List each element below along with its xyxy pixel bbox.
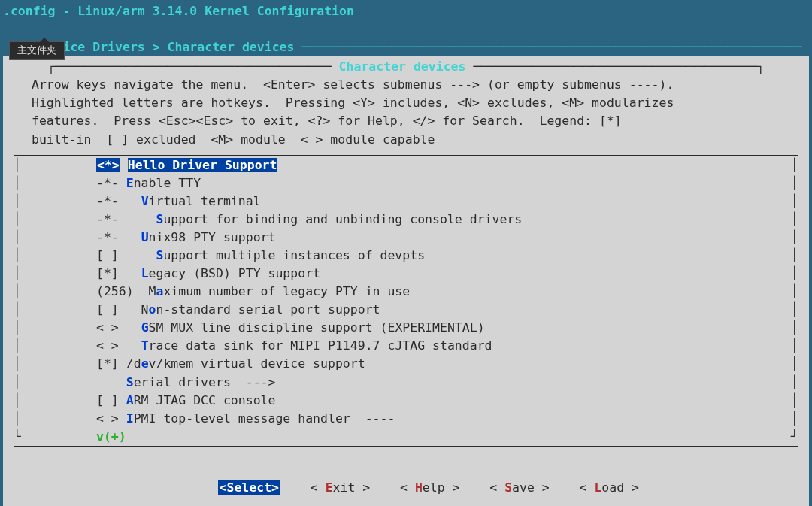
frame-border: │ [14,392,21,410]
frame-border: │ [14,374,21,392]
menu-state-bracket: -*- [96,212,119,226]
menu-state-bracket: (256) [96,284,134,298]
frame-border: │ [14,192,21,211]
menu-item-label: /dev/kmem virtual device support [119,356,365,371]
menu-state-bracket: [ ] [96,248,119,262]
menu-item-label: IPMI top-level message handler ---- [119,411,395,426]
menu-item-label: Enable TTY [119,176,201,190]
menu-item[interactable]: │[*] /dev/kmem virtual device support│ [14,355,798,373]
frame-border: │ [791,283,798,301]
frame-border: │ [14,283,21,301]
frame-border: │ [14,319,21,337]
menu-item[interactable]: │-*- Virtual terminal│ [14,192,798,211]
frame-border: │ [14,211,21,229]
menu-item[interactable]: │[ ] ARM JTAG DCC console│ [14,392,798,410]
menu-state-bracket: [ ] [96,302,119,317]
frame-border: │ [791,301,798,319]
menu-item-label: Unix98 PTY support [119,230,276,244]
menu-item-label: Support multiple instances of devpts [119,248,425,262]
menu-item[interactable]: │[ ] Non-standard serial port support│ [14,301,798,319]
load-button[interactable]: < Load > [580,480,640,495]
frame-border: │ [791,265,798,283]
frame-border: │ [14,265,21,283]
menu-state-bracket: <*> [96,158,120,172]
frame-border: │ [14,229,21,247]
select-button[interactable]: <Select> [218,480,280,495]
frame-border: │ [14,156,21,174]
frame-border: │ [791,229,798,247]
menu-item-label: Hello Driver Support [128,158,277,172]
help-button[interactable]: < Help > [400,480,460,495]
help-text: Arrow keys navigate the menu. <Enter> se… [3,76,809,154]
menu-state-bracket: -*- [96,194,119,208]
menu-state-bracket: [*] [96,356,119,371]
menu-item[interactable]: │ Serial drivers --->│ [14,374,798,392]
menu-item[interactable]: │<*> Hello Driver Support│ [14,156,798,174]
menu-item[interactable]: │-*- Support for binding and unbinding c… [14,211,798,229]
menu-state-bracket [96,375,119,389]
more-indicator: v(+) [96,429,126,444]
button-bar: <Select> < Exit > < Help > < Save > < Lo… [3,447,809,506]
menu-item-label: Virtual terminal [119,194,261,208]
menu-item-label: Serial drivers ---> [119,375,276,389]
frame-border: │ [14,247,21,265]
menu-item-label: ARM JTAG DCC console [119,393,276,408]
menu-item[interactable]: │[ ] Support multiple instances of devpt… [14,247,798,265]
frame-border: │ [14,410,21,428]
frame-border: │ [791,410,798,428]
menu-state-bracket: [ ] [96,393,119,408]
menu-item-label: GSM MUX line discipline support (EXPERIM… [119,320,485,335]
panel-border-top: ┌───────────────────────────────────── C… [3,58,809,76]
frame-border: │ [791,174,798,192]
menu-item[interactable]: │< > GSM MUX line discipline support (EX… [14,319,798,337]
menuconfig-panel: ┌───────────────────────────────────── C… [3,56,809,506]
menu-item[interactable]: │(256) Maximum number of legacy PTY in u… [14,283,798,301]
frame-border: │ [14,174,21,192]
menu-list-frame: │<*> Hello Driver Support││-*- Enable TT… [14,155,798,447]
save-button[interactable]: < Save > [489,480,550,495]
menu-state-bracket: -*- [96,176,119,190]
menu-item[interactable]: │-*- Unix98 PTY support│ [14,229,798,247]
menu-item-label: Non-standard serial port support [119,302,380,317]
exit-button[interactable]: < Exit > [311,480,371,495]
menu-state-bracket: [*] [96,266,119,280]
frame-border: │ [14,355,21,373]
menu-item[interactable]: │< > Trace data sink for MIPI P1149.7 cJ… [14,337,798,355]
menu-item[interactable]: │-*- Enable TTY│ [14,174,798,192]
frame-border: │ [14,337,21,355]
menu-item[interactable]: │< > IPMI top-level message handler ----… [14,410,798,428]
menu-item[interactable]: │[*] Legacy (BSD) PTY support│ [14,265,798,283]
window-title: .config - Linux/arm 3.14.0 Kernel Config… [0,0,812,20]
frame-border: │ [791,192,798,211]
frame-border: │ [791,211,798,229]
menu-state-bracket: < > [96,320,119,335]
frame-border: │ [791,247,798,265]
menu-item-label: Maximum number of legacy PTY in use [134,284,411,298]
frame-border: │ [791,355,798,373]
frame-border: │ [14,301,21,319]
frame-border: │ [791,319,798,337]
menu-item-label: Legacy (BSD) PTY support [119,266,320,280]
menu-item-label: Trace data sink for MIPI P1149.7 cJTAG s… [119,338,492,353]
frame-border: │ [791,156,798,174]
menu-state-bracket: < > [96,338,119,353]
menu-item-label: Support for binding and unbinding consol… [119,212,522,226]
menu-state-bracket: -*- [96,230,119,244]
frame-border: │ [791,392,798,410]
frame-border: │ [791,374,798,392]
menu-state-bracket: < > [96,411,119,426]
breadcrumb: > Device Drivers > Character devices ───… [0,20,812,56]
frame-border: │ [791,337,798,355]
tooltip-main-folder: 主文件夹 [9,41,65,60]
